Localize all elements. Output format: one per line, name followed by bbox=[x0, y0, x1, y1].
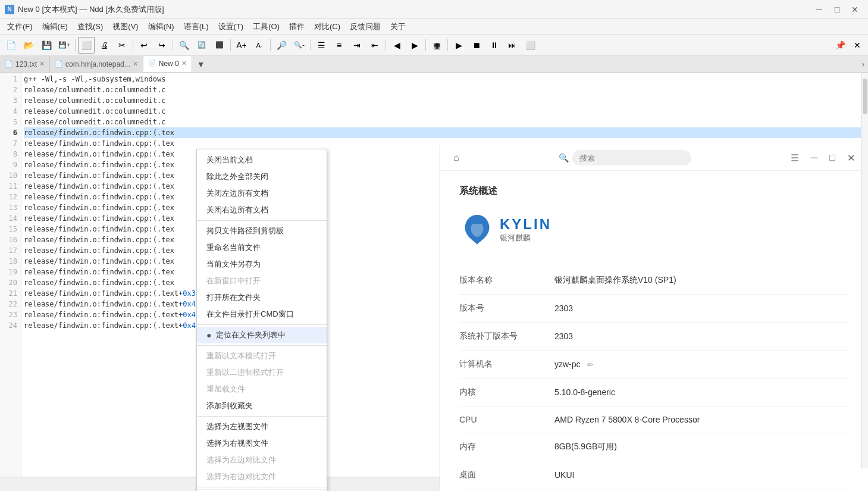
line-num-6: 6 bbox=[0, 127, 21, 138]
menu-plugins[interactable]: 插件 bbox=[284, 20, 309, 33]
ctx-reopen-text: 重新以文本模式打开 bbox=[197, 348, 327, 364]
line-num-19: 19 bbox=[0, 267, 21, 277]
ctx-select-left-view[interactable]: 选择为左视图文件 bbox=[197, 418, 327, 435]
value-patch-version: 2303 bbox=[554, 323, 849, 351]
font-bigger-button[interactable]: A+ bbox=[233, 37, 250, 54]
tab-com-hmja[interactable]: 📄 com.hmja.notepad... ✕ bbox=[50, 56, 143, 73]
kylin-brand-name: KYLIN bbox=[500, 216, 551, 233]
stop-button[interactable]: ⏹ bbox=[468, 37, 485, 54]
menu-edit2[interactable]: 编辑(N) bbox=[143, 20, 179, 33]
align-left-button[interactable]: ☰ bbox=[313, 37, 330, 54]
open-file-button[interactable]: 📂 bbox=[20, 37, 37, 54]
panel-minimize-button[interactable]: ─ bbox=[807, 151, 821, 164]
fast-forward-button[interactable]: ⏭ bbox=[504, 37, 521, 54]
tab-123txt[interactable]: 📄 123.txt ✕ bbox=[0, 56, 50, 73]
ctx-save-as[interactable]: 当前文件另存为 bbox=[197, 256, 327, 273]
menu-settings[interactable]: 设置(T) bbox=[214, 20, 249, 33]
info-row-cpu: CPU AMD Ryzen 7 5800X 8-Core Processor bbox=[459, 406, 849, 433]
panel-maximize-button[interactable]: □ bbox=[826, 151, 839, 164]
cut-button[interactable]: ✂ bbox=[114, 37, 130, 54]
line-num-2: 2 bbox=[0, 85, 21, 95]
value-cpu: AMD Ryzen 7 5800X 8-Core Processor bbox=[554, 406, 849, 433]
pause-button[interactable]: ⏸ bbox=[486, 37, 503, 54]
panel-close-button[interactable]: ✕ bbox=[844, 151, 858, 165]
menu-lang[interactable]: 语言(L) bbox=[179, 20, 214, 33]
window-title: New 0 [文本模式] — Ndd [永久免费试用版] bbox=[18, 4, 164, 15]
hostname-edit-icon[interactable]: ✏ bbox=[587, 361, 593, 369]
close-toolbar-button[interactable]: ✕ bbox=[849, 37, 866, 54]
info-row-patch-version: 系统补丁版本号 2303 bbox=[459, 323, 849, 351]
indent-button[interactable]: ⇥ bbox=[349, 37, 365, 54]
print-button[interactable]: 🖨 bbox=[96, 37, 112, 54]
outdent-button[interactable]: ⇤ bbox=[366, 37, 383, 54]
prev-button[interactable]: ◀ bbox=[388, 37, 405, 54]
ctx-close-left[interactable]: 关闭左边所有文档 bbox=[197, 185, 327, 202]
panel-scrollbar[interactable] bbox=[861, 73, 868, 468]
tab-new0[interactable]: 📄 New 0 ✕ bbox=[143, 56, 192, 73]
label-hostname: 计算机名 bbox=[459, 351, 554, 379]
line-num-11: 11 bbox=[0, 181, 21, 192]
menu-view[interactable]: 视图(V) bbox=[108, 20, 143, 33]
line-num-5: 5 bbox=[0, 117, 21, 127]
panel-search-input[interactable] bbox=[572, 150, 691, 165]
print-preview-button[interactable]: ⬜ bbox=[78, 37, 95, 54]
menu-file[interactable]: 文件(F) bbox=[2, 20, 37, 33]
toolbar-sep-5 bbox=[270, 39, 271, 51]
maximize-button[interactable]: □ bbox=[829, 3, 845, 16]
kylin-brand-sub: 银河麒麟 bbox=[500, 233, 551, 243]
grid-button[interactable]: ▦ bbox=[428, 37, 445, 54]
zoom-out-button[interactable]: 🔍- bbox=[291, 37, 308, 54]
align-button2[interactable]: ≡ bbox=[331, 37, 347, 54]
tab-close-com-hmja[interactable]: ✕ bbox=[133, 60, 138, 68]
menu-tools[interactable]: 工具(O) bbox=[248, 20, 284, 33]
menu-bar: 文件(F) 编辑(E) 查找(S) 视图(V) 编辑(N) 语言(L) 设置(T… bbox=[0, 19, 868, 35]
zoom-in-button[interactable]: 🔎 bbox=[273, 37, 290, 54]
kylin-brand: KYLIN 银河麒麟 bbox=[500, 216, 551, 243]
ctx-open-cmd[interactable]: 在文件目录打开CMD窗口 bbox=[197, 306, 327, 323]
ctx-open-folder[interactable]: 打开所在文件夹 bbox=[197, 289, 327, 306]
menu-feedback[interactable]: 反馈问题 bbox=[345, 20, 386, 33]
menu-edit[interactable]: 编辑(E) bbox=[37, 20, 73, 33]
close-button[interactable]: ✕ bbox=[847, 3, 863, 16]
line-num-15: 15 bbox=[0, 224, 21, 234]
value-version: 2303 bbox=[554, 295, 849, 323]
find-button[interactable]: 🔍 bbox=[176, 37, 192, 54]
line-num-13: 13 bbox=[0, 202, 21, 213]
play-button[interactable]: ▶ bbox=[450, 37, 467, 54]
ctx-copy-path[interactable]: 拷贝文件路径到剪切板 bbox=[197, 223, 327, 239]
label-version-name: 版本名称 bbox=[459, 267, 554, 295]
pin-button[interactable]: 📌 bbox=[833, 38, 848, 52]
ctx-close-right[interactable]: 关闭右边所有文档 bbox=[197, 202, 327, 218]
ctx-locate[interactable]: ● 定位在文件夹列表中 bbox=[197, 327, 327, 343]
panel-home-button[interactable]: ⌂ bbox=[450, 151, 463, 164]
tab-close-new0[interactable]: ✕ bbox=[181, 60, 187, 67]
save-button[interactable]: 💾 bbox=[38, 37, 55, 54]
new-file-button[interactable]: 📄 bbox=[2, 37, 19, 54]
goto-button[interactable]: ⬛ bbox=[211, 37, 228, 54]
menu-about[interactable]: 关于 bbox=[386, 20, 411, 33]
menu-compare[interactable]: 对比(C) bbox=[309, 20, 345, 33]
tabs-scroll-right[interactable]: › bbox=[858, 60, 868, 68]
redo-button[interactable]: ↪ bbox=[153, 37, 170, 54]
toolbar-sep-6 bbox=[310, 39, 311, 51]
unknown-button[interactable]: ⬜ bbox=[522, 37, 538, 54]
line-num-3: 3 bbox=[0, 95, 21, 106]
ctx-rename[interactable]: 重命名当前文件 bbox=[197, 239, 327, 256]
font-smaller-button[interactable]: A- bbox=[251, 37, 268, 54]
save-all-button[interactable]: 💾+ bbox=[56, 37, 73, 54]
ctx-add-favorite[interactable]: 添加到收藏夹 bbox=[197, 398, 327, 414]
code-line-4: release/columnedit.o:columnedit.c bbox=[24, 106, 866, 117]
ctx-close-current[interactable]: 关闭当前文档 bbox=[197, 152, 327, 168]
info-table: 版本名称 银河麒麟桌面操作系统V10 (SP1) 版本号 2303 系统补丁版本… bbox=[459, 267, 849, 491]
ctx-close-others[interactable]: 除此之外全部关闭 bbox=[197, 168, 327, 185]
minimize-button[interactable]: ─ bbox=[811, 3, 828, 16]
menu-search[interactable]: 查找(S) bbox=[73, 20, 108, 33]
undo-button[interactable]: ↩ bbox=[136, 37, 152, 54]
ctx-select-right-view[interactable]: 选择为右视图文件 bbox=[197, 435, 327, 452]
tabs-dropdown-button[interactable]: ▼ bbox=[192, 60, 210, 69]
panel-menu-button[interactable]: ☰ bbox=[787, 151, 803, 165]
replace-button[interactable]: 🔄 bbox=[193, 37, 210, 54]
next-button[interactable]: ▶ bbox=[406, 37, 423, 54]
label-version: 版本号 bbox=[459, 295, 554, 323]
tab-close-123txt[interactable]: ✕ bbox=[39, 60, 45, 68]
